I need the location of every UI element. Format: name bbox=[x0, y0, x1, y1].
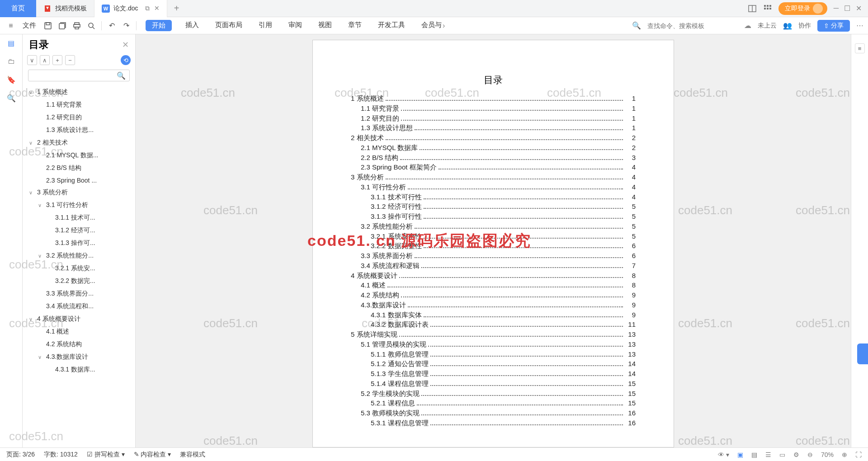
tab-docer[interactable]: 找稻壳模板 bbox=[36, 0, 94, 17]
toc-row[interactable]: 5.3 教师模块的实现16 bbox=[351, 408, 636, 418]
tab-document[interactable]: W 论文.doc ⧉ ✕ bbox=[94, 0, 167, 17]
content-check[interactable]: ✎ 内容检查 ▾ bbox=[134, 451, 171, 459]
save-icon[interactable] bbox=[42, 19, 54, 32]
outline-item[interactable]: 1.1 研究背景 bbox=[23, 99, 135, 111]
panel-toggle-icon[interactable]: ≡ bbox=[855, 43, 865, 53]
redo-icon[interactable]: ↷ bbox=[120, 19, 132, 32]
outline-item[interactable]: 1.2 研究目的 bbox=[23, 111, 135, 124]
new-tab-button[interactable]: + bbox=[167, 3, 185, 14]
toc-row[interactable]: 4.3.数据库设计9 bbox=[351, 300, 636, 310]
add-button[interactable]: + bbox=[52, 55, 62, 65]
toc-row[interactable]: 3.2.2 数据完整性6 bbox=[351, 241, 636, 251]
outline-icon[interactable]: ▤ bbox=[8, 39, 14, 47]
outline-item[interactable]: 3.1.1 技术可... bbox=[23, 212, 135, 224]
view-reader-icon[interactable]: ▭ bbox=[779, 451, 785, 458]
share-button[interactable]: ⇧ 分享 bbox=[817, 20, 850, 32]
toc-row[interactable]: 5.1 管理员模块的实现13 bbox=[351, 339, 636, 349]
file-menu[interactable]: 文件 bbox=[19, 21, 40, 30]
overflow-icon[interactable]: › bbox=[443, 22, 445, 30]
cloud-status[interactable]: 未上云 bbox=[758, 22, 777, 30]
outline-item[interactable]: 1.3 系统设计思... bbox=[23, 124, 135, 136]
tab-popout-icon[interactable]: ⧉ bbox=[145, 5, 150, 12]
view-page-icon[interactable]: ▣ bbox=[737, 451, 743, 458]
maximize-icon[interactable]: ☐ bbox=[844, 4, 850, 13]
login-button[interactable]: 立即登录 bbox=[778, 2, 827, 15]
outline-search-input[interactable]: 🔍 bbox=[28, 70, 130, 81]
toc-row[interactable]: 1.1 研究背景1 bbox=[351, 103, 636, 113]
toc-row[interactable]: 4 系统概要设计8 bbox=[351, 271, 636, 281]
outline-item[interactable]: ∨3.1 可行性分析 bbox=[23, 199, 135, 212]
more-icon[interactable]: ⋯ bbox=[856, 21, 863, 30]
toc-row[interactable]: 2.2 B/S 结构3 bbox=[351, 153, 636, 163]
save-as-icon[interactable] bbox=[56, 19, 69, 32]
toc-row[interactable]: 1.3 系统设计思想1 bbox=[351, 123, 636, 133]
toc-row[interactable]: 3.1.2 经济可行性5 bbox=[351, 202, 636, 212]
word-count[interactable]: 字数: 10312 bbox=[44, 451, 78, 459]
settings-icon[interactable]: ⚙ bbox=[793, 451, 799, 458]
toc-row[interactable]: 3.1.3 操作可行性5 bbox=[351, 212, 636, 221]
tab-view[interactable]: 视图 bbox=[316, 20, 335, 31]
zoom-out-button[interactable]: ⊖ bbox=[807, 451, 813, 458]
tab-member[interactable]: 会员与 bbox=[419, 20, 444, 31]
undo-icon[interactable]: ↶ bbox=[105, 19, 118, 32]
sync-icon[interactable]: ⟲ bbox=[121, 55, 131, 65]
view-outline-icon[interactable]: ▤ bbox=[751, 451, 757, 458]
toc-row[interactable]: 3.3 系统界面分析6 bbox=[351, 251, 636, 261]
apps-icon[interactable] bbox=[763, 4, 772, 13]
toc-row[interactable]: 4.2 系统结构9 bbox=[351, 290, 636, 300]
home-tab[interactable]: 首页 bbox=[0, 0, 36, 17]
toc-row[interactable]: 5 系统详细实现13 bbox=[351, 329, 636, 339]
outline-item[interactable]: 2.3 Spring Boot ... bbox=[23, 174, 135, 186]
outline-item[interactable]: ∨4.3.数据库设计 bbox=[23, 351, 135, 363]
preview-icon[interactable] bbox=[85, 19, 98, 32]
page-area[interactable]: 目录 1 系统概述11.1 研究背景11.2 研究目的11.3 系统设计思想12… bbox=[136, 34, 851, 447]
collapse-all-button[interactable]: ∨ bbox=[27, 55, 37, 65]
toc-row[interactable]: 1.2 研究目的1 bbox=[351, 113, 636, 123]
outline-item[interactable]: 3.1.3 操作可... bbox=[23, 237, 135, 249]
outline-item[interactable]: ∨4 系统概要设计 bbox=[23, 313, 135, 325]
toc-row[interactable]: 4.3.1 数据库实体9 bbox=[351, 310, 636, 320]
toc-row[interactable]: 1 系统概述1 bbox=[351, 94, 636, 103]
toc-row[interactable]: 4.1 概述8 bbox=[351, 280, 636, 290]
page-indicator[interactable]: 页面: 3/26 bbox=[6, 451, 35, 459]
toc-row[interactable]: 3 系统分析4 bbox=[351, 172, 636, 182]
toc-row[interactable]: 2 相关技术2 bbox=[351, 133, 636, 143]
toc-row[interactable]: 5.1.1 教师信息管理13 bbox=[351, 349, 636, 359]
outline-item[interactable]: 3.1.2 经济可... bbox=[23, 224, 135, 237]
toc-row[interactable]: 3.2 系统性能分析5 bbox=[351, 221, 636, 231]
spell-check[interactable]: ☑ 拼写检查 ▾ bbox=[87, 451, 125, 459]
outline-item[interactable]: 3.2.1 系统安... bbox=[23, 262, 135, 275]
eye-icon[interactable]: 👁 ▾ bbox=[718, 451, 729, 458]
fit-icon[interactable]: ⛶ bbox=[855, 451, 862, 458]
expand-all-button[interactable]: ∧ bbox=[40, 55, 50, 65]
tab-review[interactable]: 审阅 bbox=[286, 20, 305, 31]
bookmark-icon[interactable]: 🔖 bbox=[7, 75, 16, 84]
outline-item[interactable]: 4.2 系统结构 bbox=[23, 338, 135, 351]
outline-item[interactable]: 3.4 系统流程和... bbox=[23, 300, 135, 313]
command-search-input[interactable] bbox=[647, 20, 738, 32]
outline-item[interactable]: ∨3 系统分析 bbox=[23, 186, 135, 199]
folder-icon[interactable]: 🗀 bbox=[8, 57, 15, 66]
toc-row[interactable]: 5.2.1 课程信息15 bbox=[351, 398, 636, 408]
close-icon[interactable]: ✕ bbox=[856, 4, 862, 13]
toc-row[interactable]: 5.3.1 课程信息管理16 bbox=[351, 418, 636, 428]
tab-reference[interactable]: 引用 bbox=[256, 20, 275, 31]
toc-row[interactable]: 3.1 可行性分析4 bbox=[351, 182, 636, 192]
outline-item[interactable]: 4.3.1 数据库... bbox=[23, 363, 135, 376]
outline-item[interactable]: ∨3.2 系统性能分... bbox=[23, 249, 135, 262]
toc-row[interactable]: 5.2 学生模块的实现15 bbox=[351, 389, 636, 399]
outline-item[interactable]: 2.2 B/S 结构 bbox=[23, 162, 135, 174]
minimize-icon[interactable]: ─ bbox=[834, 4, 839, 13]
toc-row[interactable]: 2.1 MYSQL 数据库2 bbox=[351, 143, 636, 153]
remove-button[interactable]: − bbox=[65, 55, 75, 65]
outline-item[interactable]: ∨1 系统概述 bbox=[23, 86, 135, 99]
collab-button[interactable]: 协作 bbox=[798, 22, 811, 30]
print-icon[interactable] bbox=[71, 19, 83, 32]
toc-row[interactable]: 3.4 系统流程和逻辑7 bbox=[351, 261, 636, 271]
toc-row[interactable]: 5.1.3 学生信息管理14 bbox=[351, 369, 636, 379]
tab-dev[interactable]: 开发工具 bbox=[375, 20, 408, 31]
view-web-icon[interactable]: ☰ bbox=[765, 451, 771, 458]
panel-close-icon[interactable]: ✕ bbox=[122, 40, 129, 50]
outline-item[interactable]: 2.1 MYSQL 数据... bbox=[23, 149, 135, 162]
toc-row[interactable]: 3.1.1 技术可行性4 bbox=[351, 192, 636, 202]
